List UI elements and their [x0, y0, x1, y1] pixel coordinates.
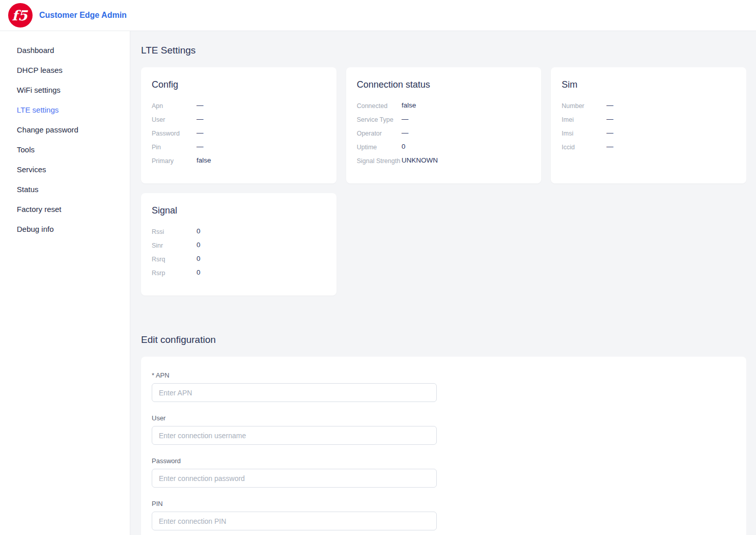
- user-label: User: [152, 414, 736, 422]
- row-value: 0: [197, 255, 201, 263]
- signal-card-title: Signal: [152, 205, 326, 216]
- row-label: Imei: [562, 115, 606, 124]
- row-label: User: [152, 115, 197, 124]
- config-row-apn: Apn —: [152, 101, 326, 110]
- sim-row-imsi: Imsi —: [562, 129, 736, 138]
- row-value: 0: [197, 227, 201, 236]
- config-row-password: Password —: [152, 129, 326, 138]
- row-value: 0: [197, 241, 201, 250]
- row-value: false: [402, 101, 416, 110]
- row-label: Rssi: [152, 227, 197, 236]
- page-title: LTE Settings: [141, 45, 746, 56]
- sidebar-item-services[interactable]: Services: [0, 159, 130, 179]
- config-row-pin: Pin —: [152, 143, 326, 151]
- sidebar-item-tools[interactable]: Tools: [0, 140, 130, 159]
- row-label: Number: [562, 101, 606, 110]
- sim-card: Sim Number — Imei — Imsi — Iccid —: [551, 67, 746, 183]
- status-cards-grid: Config Apn — User — Password — Pin —: [141, 67, 746, 296]
- row-value: false: [197, 156, 211, 165]
- sidebar-item-factory-reset[interactable]: Factory reset: [0, 199, 130, 219]
- main-content: LTE Settings Config Apn — User — Passwor…: [130, 31, 756, 535]
- row-value: UNKNOWN: [402, 156, 438, 165]
- row-label: Sinr: [152, 241, 197, 250]
- row-value: —: [606, 129, 613, 138]
- sim-row-imei: Imei —: [562, 115, 736, 124]
- sim-row-iccid: Iccid —: [562, 143, 736, 151]
- user-field-group: User: [152, 414, 736, 445]
- config-row-user: User —: [152, 115, 326, 124]
- row-label: Password: [152, 129, 197, 138]
- row-value: —: [197, 129, 204, 138]
- edit-configuration-title: Edit configuration: [141, 334, 746, 345]
- pin-input[interactable]: [152, 512, 437, 530]
- config-row-primary: Primary false: [152, 156, 326, 165]
- password-input[interactable]: [152, 469, 437, 488]
- app-title: Customer Edge Admin: [39, 11, 127, 20]
- config-card-title: Config: [152, 79, 326, 90]
- row-label: Service Type: [357, 115, 402, 124]
- connection-row-uptime: Uptime 0: [357, 143, 531, 151]
- connection-row-operator: Operator —: [357, 129, 531, 138]
- pin-field-group: PIN: [152, 500, 736, 530]
- password-label: Password: [152, 457, 736, 465]
- row-value: —: [402, 129, 409, 138]
- row-label: Rsrp: [152, 269, 197, 277]
- row-value: —: [606, 143, 613, 151]
- signal-row-sinr: Sinr 0: [152, 241, 326, 250]
- connection-row-connected: Connected false: [357, 101, 531, 110]
- connection-row-signal-strength: Signal Strength UNKNOWN: [357, 156, 531, 165]
- sidebar-item-status[interactable]: Status: [0, 179, 130, 199]
- row-label: Rsrq: [152, 255, 197, 263]
- pin-label: PIN: [152, 500, 736, 507]
- signal-row-rsrp: Rsrp 0: [152, 269, 326, 277]
- sidebar-item-change-password[interactable]: Change password: [0, 120, 130, 140]
- row-value: —: [606, 115, 613, 124]
- row-value: 0: [197, 269, 201, 277]
- row-label: Imsi: [562, 129, 606, 138]
- sidebar: Dashboard DHCP leases WiFi settings LTE …: [0, 31, 130, 535]
- connection-status-card: Connection status Connected false Servic…: [346, 67, 542, 183]
- row-value: —: [197, 115, 204, 124]
- password-field-group: Password: [152, 457, 736, 488]
- row-label: Apn: [152, 101, 197, 110]
- row-value: 0: [402, 143, 406, 151]
- app-header: f5 Customer Edge Admin: [0, 0, 756, 31]
- user-input[interactable]: [152, 426, 437, 445]
- row-label: Uptime: [357, 143, 402, 151]
- sidebar-item-wifi-settings[interactable]: WiFi settings: [0, 80, 130, 100]
- signal-card: Signal Rssi 0 Sinr 0 Rsrq 0 Rsrp 0: [141, 193, 337, 296]
- row-value: —: [606, 101, 613, 110]
- row-value: —: [402, 115, 409, 124]
- row-label: Signal Strength: [357, 156, 402, 165]
- apn-label: * APN: [152, 371, 736, 379]
- connection-row-service-type: Service Type —: [357, 115, 531, 124]
- sidebar-item-dashboard[interactable]: Dashboard: [0, 40, 130, 60]
- edit-configuration-form: * APN User Password PIN Apply changes Re…: [141, 357, 746, 535]
- row-label: Iccid: [562, 143, 606, 151]
- sim-row-number: Number —: [562, 101, 736, 110]
- apn-field-group: * APN: [152, 371, 736, 402]
- row-label: Primary: [152, 156, 197, 165]
- f5-logo-icon: f5: [8, 3, 33, 28]
- row-label: Connected: [357, 101, 402, 110]
- signal-row-rsrq: Rsrq 0: [152, 255, 326, 263]
- connection-status-card-title: Connection status: [357, 79, 531, 90]
- row-label: Pin: [152, 143, 197, 151]
- row-value: —: [197, 101, 204, 110]
- row-label: Operator: [357, 129, 402, 138]
- sidebar-item-dhcp-leases[interactable]: DHCP leases: [0, 60, 130, 80]
- sidebar-item-debug-info[interactable]: Debug info: [0, 219, 130, 239]
- config-card: Config Apn — User — Password — Pin —: [141, 67, 337, 183]
- apn-input[interactable]: [152, 383, 437, 402]
- signal-row-rssi: Rssi 0: [152, 227, 326, 236]
- sidebar-item-lte-settings[interactable]: LTE settings: [0, 100, 130, 120]
- row-value: —: [197, 143, 204, 151]
- sim-card-title: Sim: [562, 79, 736, 90]
